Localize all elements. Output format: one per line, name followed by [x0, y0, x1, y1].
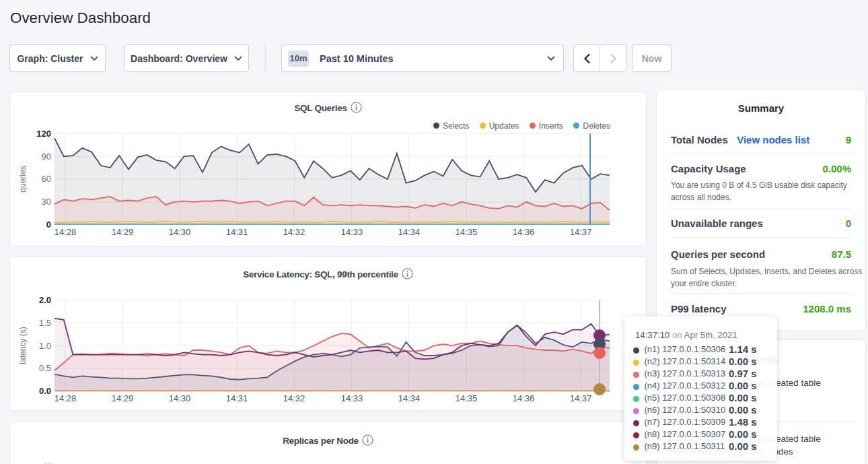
svg-text:120: 120	[36, 129, 51, 139]
svg-text:14:37: 14:37	[570, 227, 592, 237]
svg-text:14:32: 14:32	[283, 393, 305, 403]
svg-text:14:34: 14:34	[398, 393, 421, 403]
svg-text:14:35: 14:35	[456, 227, 478, 237]
svg-text:14:28: 14:28	[55, 393, 77, 403]
svg-text:14:32: 14:32	[283, 227, 305, 237]
svg-text:1.0: 1.0	[39, 341, 51, 351]
svg-text:60: 60	[42, 174, 51, 184]
svg-text:latency (s): latency (s)	[18, 327, 28, 364]
svg-text:14:29: 14:29	[112, 393, 134, 403]
svg-text:14:37: 14:37	[570, 393, 592, 403]
svg-text:0.0: 0.0	[39, 386, 51, 396]
svg-text:14:33: 14:33	[341, 227, 363, 237]
svg-text:0: 0	[46, 220, 51, 230]
svg-text:14:30: 14:30	[169, 227, 191, 237]
svg-text:14:30: 14:30	[169, 393, 191, 403]
svg-text:0.5: 0.5	[39, 363, 51, 373]
svg-text:14:31: 14:31	[226, 393, 248, 403]
svg-text:14:28: 14:28	[55, 227, 77, 237]
svg-text:1.5: 1.5	[39, 318, 51, 328]
svg-text:14:33: 14:33	[341, 393, 363, 403]
svg-text:14:36: 14:36	[513, 227, 535, 237]
svg-text:14:36: 14:36	[513, 393, 535, 403]
svg-text:14:29: 14:29	[112, 227, 134, 237]
svg-text:14:31: 14:31	[226, 227, 248, 237]
svg-text:90: 90	[42, 152, 51, 162]
svg-text:30: 30	[42, 197, 51, 207]
svg-text:14:35: 14:35	[456, 393, 478, 403]
svg-text:queries: queries	[18, 166, 28, 192]
svg-text:2.0: 2.0	[39, 295, 51, 305]
svg-text:14:34: 14:34	[398, 227, 421, 237]
